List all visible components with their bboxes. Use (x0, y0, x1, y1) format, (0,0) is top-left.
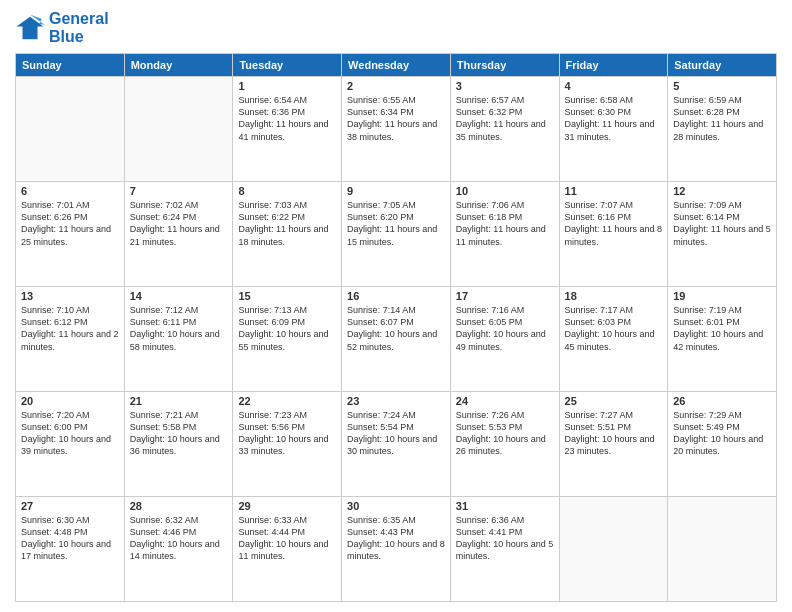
calendar-cell (668, 497, 777, 602)
calendar-cell: 15Sunrise: 7:13 AM Sunset: 6:09 PM Dayli… (233, 287, 342, 392)
day-number: 10 (456, 185, 554, 197)
calendar-cell: 7Sunrise: 7:02 AM Sunset: 6:24 PM Daylig… (124, 182, 233, 287)
calendar-table: SundayMondayTuesdayWednesdayThursdayFrid… (15, 53, 777, 602)
day-info: Sunrise: 7:01 AM Sunset: 6:26 PM Dayligh… (21, 199, 119, 248)
day-number: 28 (130, 500, 228, 512)
calendar-cell: 16Sunrise: 7:14 AM Sunset: 6:07 PM Dayli… (342, 287, 451, 392)
day-number: 1 (238, 80, 336, 92)
day-info: Sunrise: 7:29 AM Sunset: 5:49 PM Dayligh… (673, 409, 771, 458)
calendar-cell: 19Sunrise: 7:19 AM Sunset: 6:01 PM Dayli… (668, 287, 777, 392)
calendar-cell: 25Sunrise: 7:27 AM Sunset: 5:51 PM Dayli… (559, 392, 668, 497)
day-number: 22 (238, 395, 336, 407)
day-number: 16 (347, 290, 445, 302)
calendar-cell: 1Sunrise: 6:54 AM Sunset: 6:36 PM Daylig… (233, 77, 342, 182)
day-info: Sunrise: 7:13 AM Sunset: 6:09 PM Dayligh… (238, 304, 336, 353)
day-number: 27 (21, 500, 119, 512)
day-info: Sunrise: 7:16 AM Sunset: 6:05 PM Dayligh… (456, 304, 554, 353)
day-number: 13 (21, 290, 119, 302)
day-number: 8 (238, 185, 336, 197)
day-number: 29 (238, 500, 336, 512)
weekday-header-wednesday: Wednesday (342, 54, 451, 77)
day-info: Sunrise: 7:23 AM Sunset: 5:56 PM Dayligh… (238, 409, 336, 458)
calendar-cell: 10Sunrise: 7:06 AM Sunset: 6:18 PM Dayli… (450, 182, 559, 287)
calendar-cell: 3Sunrise: 6:57 AM Sunset: 6:32 PM Daylig… (450, 77, 559, 182)
day-number: 19 (673, 290, 771, 302)
calendar-cell: 28Sunrise: 6:32 AM Sunset: 4:46 PM Dayli… (124, 497, 233, 602)
calendar-cell: 21Sunrise: 7:21 AM Sunset: 5:58 PM Dayli… (124, 392, 233, 497)
day-number: 3 (456, 80, 554, 92)
page: General Blue SundayMondayTuesdayWednesda… (0, 0, 792, 612)
day-number: 17 (456, 290, 554, 302)
day-number: 15 (238, 290, 336, 302)
weekday-header-thursday: Thursday (450, 54, 559, 77)
calendar-week-row: 13Sunrise: 7:10 AM Sunset: 6:12 PM Dayli… (16, 287, 777, 392)
day-number: 9 (347, 185, 445, 197)
weekday-header-tuesday: Tuesday (233, 54, 342, 77)
weekday-header-friday: Friday (559, 54, 668, 77)
calendar-cell (16, 77, 125, 182)
day-info: Sunrise: 7:05 AM Sunset: 6:20 PM Dayligh… (347, 199, 445, 248)
calendar-cell: 5Sunrise: 6:59 AM Sunset: 6:28 PM Daylig… (668, 77, 777, 182)
calendar-cell: 12Sunrise: 7:09 AM Sunset: 6:14 PM Dayli… (668, 182, 777, 287)
day-number: 2 (347, 80, 445, 92)
day-info: Sunrise: 6:55 AM Sunset: 6:34 PM Dayligh… (347, 94, 445, 143)
calendar-cell: 22Sunrise: 7:23 AM Sunset: 5:56 PM Dayli… (233, 392, 342, 497)
day-number: 5 (673, 80, 771, 92)
day-info: Sunrise: 6:30 AM Sunset: 4:48 PM Dayligh… (21, 514, 119, 563)
calendar-cell: 4Sunrise: 6:58 AM Sunset: 6:30 PM Daylig… (559, 77, 668, 182)
day-info: Sunrise: 7:06 AM Sunset: 6:18 PM Dayligh… (456, 199, 554, 248)
calendar-cell: 2Sunrise: 6:55 AM Sunset: 6:34 PM Daylig… (342, 77, 451, 182)
logo-icon (15, 13, 45, 43)
calendar-cell: 27Sunrise: 6:30 AM Sunset: 4:48 PM Dayli… (16, 497, 125, 602)
day-number: 20 (21, 395, 119, 407)
day-number: 23 (347, 395, 445, 407)
day-number: 26 (673, 395, 771, 407)
day-number: 11 (565, 185, 663, 197)
day-number: 21 (130, 395, 228, 407)
day-info: Sunrise: 7:09 AM Sunset: 6:14 PM Dayligh… (673, 199, 771, 248)
day-info: Sunrise: 7:02 AM Sunset: 6:24 PM Dayligh… (130, 199, 228, 248)
day-info: Sunrise: 7:19 AM Sunset: 6:01 PM Dayligh… (673, 304, 771, 353)
calendar-cell: 17Sunrise: 7:16 AM Sunset: 6:05 PM Dayli… (450, 287, 559, 392)
day-number: 6 (21, 185, 119, 197)
calendar-week-row: 20Sunrise: 7:20 AM Sunset: 6:00 PM Dayli… (16, 392, 777, 497)
day-number: 14 (130, 290, 228, 302)
day-info: Sunrise: 6:58 AM Sunset: 6:30 PM Dayligh… (565, 94, 663, 143)
calendar-cell (559, 497, 668, 602)
day-info: Sunrise: 7:17 AM Sunset: 6:03 PM Dayligh… (565, 304, 663, 353)
calendar-week-row: 1Sunrise: 6:54 AM Sunset: 6:36 PM Daylig… (16, 77, 777, 182)
calendar-cell: 20Sunrise: 7:20 AM Sunset: 6:00 PM Dayli… (16, 392, 125, 497)
day-number: 12 (673, 185, 771, 197)
calendar-cell: 26Sunrise: 7:29 AM Sunset: 5:49 PM Dayli… (668, 392, 777, 497)
day-number: 4 (565, 80, 663, 92)
calendar-cell: 6Sunrise: 7:01 AM Sunset: 6:26 PM Daylig… (16, 182, 125, 287)
day-info: Sunrise: 7:20 AM Sunset: 6:00 PM Dayligh… (21, 409, 119, 458)
day-info: Sunrise: 6:32 AM Sunset: 4:46 PM Dayligh… (130, 514, 228, 563)
day-number: 25 (565, 395, 663, 407)
header: General Blue (15, 10, 777, 45)
day-info: Sunrise: 7:03 AM Sunset: 6:22 PM Dayligh… (238, 199, 336, 248)
day-number: 30 (347, 500, 445, 512)
logo-text: General Blue (49, 10, 109, 45)
calendar-cell: 13Sunrise: 7:10 AM Sunset: 6:12 PM Dayli… (16, 287, 125, 392)
calendar-cell: 11Sunrise: 7:07 AM Sunset: 6:16 PM Dayli… (559, 182, 668, 287)
calendar-cell: 8Sunrise: 7:03 AM Sunset: 6:22 PM Daylig… (233, 182, 342, 287)
day-info: Sunrise: 7:27 AM Sunset: 5:51 PM Dayligh… (565, 409, 663, 458)
day-number: 31 (456, 500, 554, 512)
logo: General Blue (15, 10, 109, 45)
day-number: 24 (456, 395, 554, 407)
day-info: Sunrise: 7:26 AM Sunset: 5:53 PM Dayligh… (456, 409, 554, 458)
day-info: Sunrise: 7:21 AM Sunset: 5:58 PM Dayligh… (130, 409, 228, 458)
day-info: Sunrise: 6:33 AM Sunset: 4:44 PM Dayligh… (238, 514, 336, 563)
weekday-header-sunday: Sunday (16, 54, 125, 77)
day-info: Sunrise: 7:07 AM Sunset: 6:16 PM Dayligh… (565, 199, 663, 248)
calendar-week-row: 6Sunrise: 7:01 AM Sunset: 6:26 PM Daylig… (16, 182, 777, 287)
day-info: Sunrise: 7:24 AM Sunset: 5:54 PM Dayligh… (347, 409, 445, 458)
calendar-cell: 24Sunrise: 7:26 AM Sunset: 5:53 PM Dayli… (450, 392, 559, 497)
day-info: Sunrise: 7:14 AM Sunset: 6:07 PM Dayligh… (347, 304, 445, 353)
calendar-cell: 14Sunrise: 7:12 AM Sunset: 6:11 PM Dayli… (124, 287, 233, 392)
day-info: Sunrise: 6:57 AM Sunset: 6:32 PM Dayligh… (456, 94, 554, 143)
day-info: Sunrise: 6:35 AM Sunset: 4:43 PM Dayligh… (347, 514, 445, 563)
calendar-cell: 9Sunrise: 7:05 AM Sunset: 6:20 PM Daylig… (342, 182, 451, 287)
calendar-cell: 29Sunrise: 6:33 AM Sunset: 4:44 PM Dayli… (233, 497, 342, 602)
